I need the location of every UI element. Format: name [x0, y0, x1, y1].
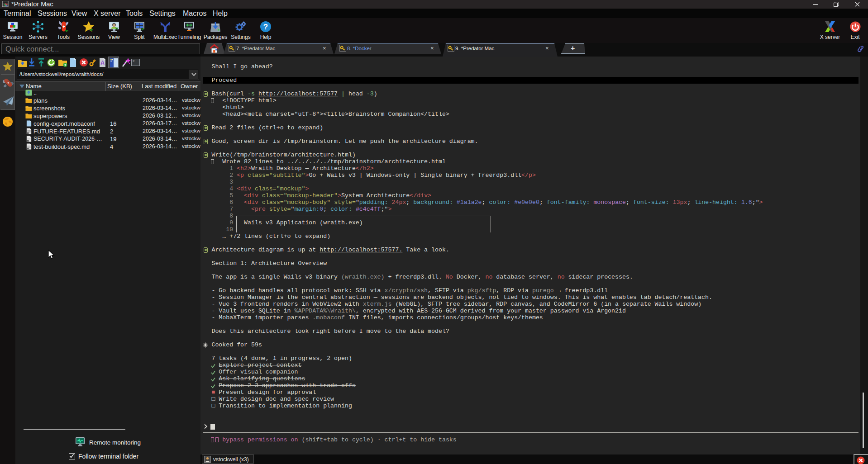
svg-text:A: A [100, 60, 105, 66]
svg-text:?: ? [263, 23, 268, 31]
